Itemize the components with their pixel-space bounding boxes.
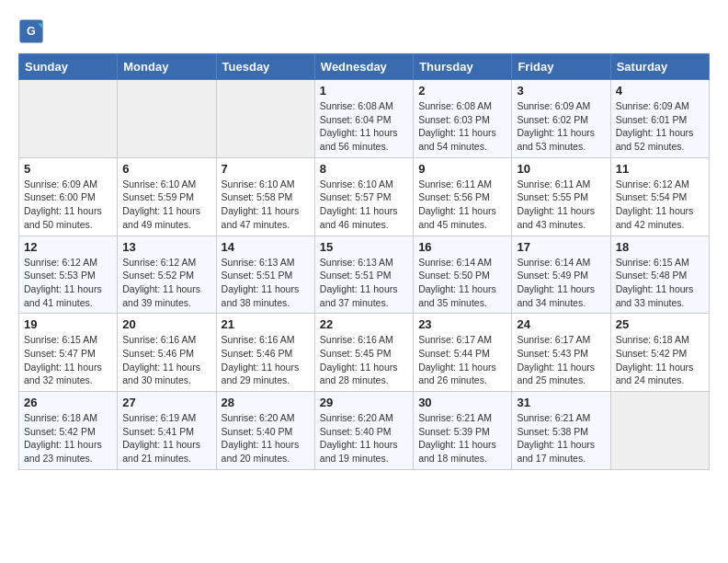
day-number: 11	[616, 162, 704, 176]
day-number: 5	[24, 162, 112, 176]
day-number: 28	[222, 396, 310, 409]
day-info: Sunrise: 6:15 AM Sunset: 5:48 PM Dayligh…	[616, 256, 704, 310]
calendar-cell	[118, 80, 216, 158]
day-info: Sunrise: 6:13 AM Sunset: 5:51 PM Dayligh…	[320, 256, 408, 310]
day-info: Sunrise: 6:18 AM Sunset: 5:42 PM Dayligh…	[24, 411, 112, 465]
day-info: Sunrise: 6:08 AM Sunset: 6:03 PM Dayligh…	[418, 99, 506, 154]
calendar-cell: 11Sunrise: 6:12 AM Sunset: 5:54 PM Dayli…	[610, 157, 709, 236]
calendar-cell: 20Sunrise: 6:16 AM Sunset: 5:46 PM Dayli…	[118, 314, 216, 392]
day-info: Sunrise: 6:19 AM Sunset: 5:41 PM Dayligh…	[122, 411, 210, 465]
calendar-cell: 15Sunrise: 6:13 AM Sunset: 5:51 PM Dayli…	[314, 236, 413, 314]
day-info: Sunrise: 6:16 AM Sunset: 5:45 PM Dayligh…	[320, 333, 408, 387]
day-info: Sunrise: 6:11 AM Sunset: 5:55 PM Dayligh…	[517, 178, 605, 232]
calendar-cell: 14Sunrise: 6:13 AM Sunset: 5:51 PM Dayli…	[216, 236, 314, 314]
logo: G	[18, 18, 46, 44]
weekday-header-sunday: Sunday	[19, 54, 118, 80]
calendar-cell: 12Sunrise: 6:12 AM Sunset: 5:53 PM Dayli…	[19, 236, 118, 314]
day-number: 21	[222, 317, 310, 331]
calendar-cell: 10Sunrise: 6:11 AM Sunset: 5:55 PM Dayli…	[512, 157, 610, 236]
day-info: Sunrise: 6:16 AM Sunset: 5:46 PM Dayligh…	[222, 333, 310, 387]
calendar-cell	[216, 80, 314, 158]
day-number: 27	[122, 396, 210, 409]
day-info: Sunrise: 6:10 AM Sunset: 5:59 PM Dayligh…	[122, 178, 210, 232]
day-info: Sunrise: 6:21 AM Sunset: 5:39 PM Dayligh…	[418, 411, 506, 465]
day-info: Sunrise: 6:14 AM Sunset: 5:50 PM Dayligh…	[418, 256, 506, 310]
calendar-cell: 25Sunrise: 6:18 AM Sunset: 5:42 PM Dayli…	[610, 314, 709, 392]
week-row-4: 19Sunrise: 6:15 AM Sunset: 5:47 PM Dayli…	[19, 314, 710, 392]
calendar-cell: 9Sunrise: 6:11 AM Sunset: 5:56 PM Daylig…	[414, 157, 512, 236]
calendar-cell: 26Sunrise: 6:18 AM Sunset: 5:42 PM Dayli…	[19, 392, 118, 470]
day-number: 17	[517, 240, 605, 254]
calendar-cell: 21Sunrise: 6:16 AM Sunset: 5:46 PM Dayli…	[216, 314, 314, 392]
day-number: 14	[222, 240, 310, 254]
week-row-1: 1Sunrise: 6:08 AM Sunset: 6:04 PM Daylig…	[19, 80, 710, 158]
day-number: 30	[418, 396, 506, 409]
day-info: Sunrise: 6:09 AM Sunset: 6:01 PM Dayligh…	[616, 99, 704, 154]
calendar-cell: 4Sunrise: 6:09 AM Sunset: 6:01 PM Daylig…	[610, 80, 709, 158]
day-number: 22	[320, 317, 408, 331]
calendar-cell: 27Sunrise: 6:19 AM Sunset: 5:41 PM Dayli…	[118, 392, 216, 470]
day-number: 29	[320, 396, 408, 409]
week-row-3: 12Sunrise: 6:12 AM Sunset: 5:53 PM Dayli…	[19, 236, 710, 314]
weekday-header-wednesday: Wednesday	[314, 54, 413, 80]
calendar-cell: 29Sunrise: 6:20 AM Sunset: 5:40 PM Dayli…	[314, 392, 413, 470]
calendar-cell: 23Sunrise: 6:17 AM Sunset: 5:44 PM Dayli…	[414, 314, 512, 392]
day-info: Sunrise: 6:12 AM Sunset: 5:54 PM Dayligh…	[616, 178, 704, 232]
calendar-cell: 28Sunrise: 6:20 AM Sunset: 5:40 PM Dayli…	[216, 392, 314, 470]
calendar-cell	[19, 80, 118, 158]
svg-text:G: G	[27, 25, 36, 38]
day-info: Sunrise: 6:14 AM Sunset: 5:49 PM Dayligh…	[517, 256, 605, 310]
day-info: Sunrise: 6:16 AM Sunset: 5:46 PM Dayligh…	[122, 333, 210, 387]
calendar-cell: 19Sunrise: 6:15 AM Sunset: 5:47 PM Dayli…	[19, 314, 118, 392]
week-row-5: 26Sunrise: 6:18 AM Sunset: 5:42 PM Dayli…	[19, 392, 710, 470]
day-info: Sunrise: 6:08 AM Sunset: 6:04 PM Dayligh…	[320, 99, 408, 154]
day-info: Sunrise: 6:12 AM Sunset: 5:53 PM Dayligh…	[24, 256, 112, 310]
calendar-cell: 8Sunrise: 6:10 AM Sunset: 5:57 PM Daylig…	[314, 157, 413, 236]
day-info: Sunrise: 6:18 AM Sunset: 5:42 PM Dayligh…	[616, 333, 704, 387]
weekday-header-thursday: Thursday	[414, 54, 512, 80]
calendar-cell: 22Sunrise: 6:16 AM Sunset: 5:45 PM Dayli…	[314, 314, 413, 392]
day-info: Sunrise: 6:17 AM Sunset: 5:44 PM Dayligh…	[418, 333, 506, 387]
day-number: 12	[24, 240, 112, 254]
day-info: Sunrise: 6:11 AM Sunset: 5:56 PM Dayligh…	[418, 178, 506, 232]
day-number: 7	[222, 162, 310, 176]
weekday-header-friday: Friday	[512, 54, 610, 80]
calendar-cell: 16Sunrise: 6:14 AM Sunset: 5:50 PM Dayli…	[414, 236, 512, 314]
day-info: Sunrise: 6:10 AM Sunset: 5:57 PM Dayligh…	[320, 178, 408, 232]
day-number: 13	[122, 240, 210, 254]
day-number: 10	[517, 162, 605, 176]
day-number: 9	[418, 162, 506, 176]
week-row-2: 5Sunrise: 6:09 AM Sunset: 6:00 PM Daylig…	[19, 157, 710, 236]
calendar-cell: 6Sunrise: 6:10 AM Sunset: 5:59 PM Daylig…	[118, 157, 216, 236]
day-number: 1	[320, 84, 408, 98]
day-info: Sunrise: 6:09 AM Sunset: 6:02 PM Dayligh…	[517, 99, 605, 154]
calendar-cell: 5Sunrise: 6:09 AM Sunset: 6:00 PM Daylig…	[19, 157, 118, 236]
day-number: 4	[616, 84, 704, 98]
calendar-cell: 1Sunrise: 6:08 AM Sunset: 6:04 PM Daylig…	[314, 80, 413, 158]
calendar-cell: 13Sunrise: 6:12 AM Sunset: 5:52 PM Dayli…	[118, 236, 216, 314]
calendar-cell: 7Sunrise: 6:10 AM Sunset: 5:58 PM Daylig…	[216, 157, 314, 236]
calendar-cell: 24Sunrise: 6:17 AM Sunset: 5:43 PM Dayli…	[512, 314, 610, 392]
day-info: Sunrise: 6:10 AM Sunset: 5:58 PM Dayligh…	[222, 178, 310, 232]
calendar-cell: 30Sunrise: 6:21 AM Sunset: 5:39 PM Dayli…	[414, 392, 512, 470]
day-info: Sunrise: 6:13 AM Sunset: 5:51 PM Dayligh…	[222, 256, 310, 310]
weekday-header-tuesday: Tuesday	[216, 54, 314, 80]
day-number: 3	[517, 84, 605, 98]
day-info: Sunrise: 6:20 AM Sunset: 5:40 PM Dayligh…	[320, 411, 408, 465]
weekday-row: SundayMondayTuesdayWednesdayThursdayFrid…	[19, 54, 710, 80]
calendar-cell: 3Sunrise: 6:09 AM Sunset: 6:02 PM Daylig…	[512, 80, 610, 158]
calendar-cell: 31Sunrise: 6:21 AM Sunset: 5:38 PM Dayli…	[512, 392, 610, 470]
day-number: 20	[122, 317, 210, 331]
weekday-header-saturday: Saturday	[610, 54, 709, 80]
day-number: 18	[616, 240, 704, 254]
day-number: 6	[122, 162, 210, 176]
day-number: 25	[616, 317, 704, 331]
page-header: G	[18, 18, 710, 44]
calendar-header: SundayMondayTuesdayWednesdayThursdayFrid…	[19, 54, 710, 80]
day-number: 24	[517, 317, 605, 331]
day-number: 2	[418, 84, 506, 98]
day-number: 16	[418, 240, 506, 254]
calendar-cell: 2Sunrise: 6:08 AM Sunset: 6:03 PM Daylig…	[414, 80, 512, 158]
logo-icon: G	[18, 18, 44, 44]
day-number: 23	[418, 317, 506, 331]
